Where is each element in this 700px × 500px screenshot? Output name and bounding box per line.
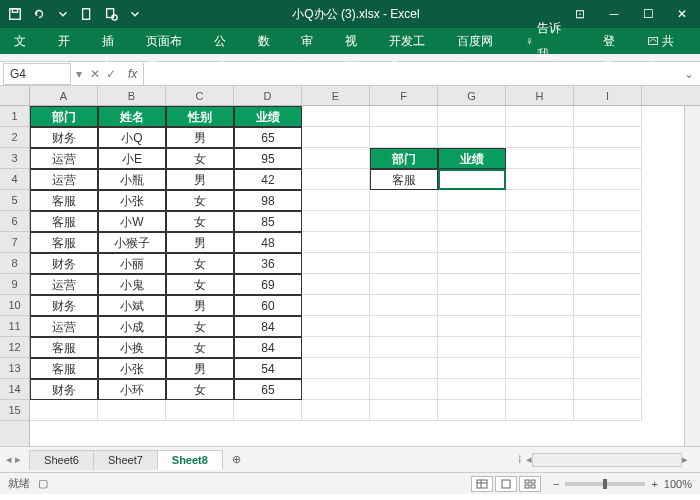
qat-more-icon[interactable] xyxy=(126,5,144,23)
cell[interactable] xyxy=(506,232,574,253)
col-header[interactable]: I xyxy=(574,86,642,105)
cell[interactable]: 小环 xyxy=(98,379,166,400)
cell[interactable] xyxy=(302,232,370,253)
cell[interactable]: 65 xyxy=(234,379,302,400)
cell[interactable] xyxy=(370,190,438,211)
namebox-dropdown-icon[interactable]: ▾ xyxy=(74,67,84,81)
cell[interactable]: 小丽 xyxy=(98,253,166,274)
select-all-corner[interactable] xyxy=(0,86,29,106)
cell[interactable]: 财务 xyxy=(30,295,98,316)
cell[interactable]: 42 xyxy=(234,169,302,190)
cell[interactable]: 69 xyxy=(234,274,302,295)
cell[interactable] xyxy=(302,379,370,400)
page-layout-view-icon[interactable] xyxy=(495,476,517,492)
cell[interactable]: 小张 xyxy=(98,190,166,211)
cell[interactable] xyxy=(438,169,506,190)
cell[interactable]: 60 xyxy=(234,295,302,316)
cell[interactable]: 男 xyxy=(166,169,234,190)
cell[interactable]: 小Q xyxy=(98,127,166,148)
row-header[interactable]: 1 xyxy=(0,106,29,127)
cell[interactable] xyxy=(370,337,438,358)
row-header[interactable]: 13 xyxy=(0,358,29,379)
cell[interactable]: 运营 xyxy=(30,169,98,190)
cell[interactable] xyxy=(370,106,438,127)
tab-开发工具[interactable]: 开发工具 xyxy=(379,28,447,54)
col-header[interactable]: B xyxy=(98,86,166,105)
cell[interactable]: 业绩 xyxy=(234,106,302,127)
cell[interactable] xyxy=(370,379,438,400)
cell[interactable] xyxy=(302,148,370,169)
cell[interactable]: 业绩 xyxy=(438,148,506,169)
cell[interactable] xyxy=(574,232,642,253)
minimize-icon[interactable]: ─ xyxy=(602,7,626,21)
col-header[interactable]: E xyxy=(302,86,370,105)
cell[interactable] xyxy=(438,190,506,211)
cell[interactable] xyxy=(506,295,574,316)
cell[interactable]: 男 xyxy=(166,232,234,253)
cell[interactable]: 98 xyxy=(234,190,302,211)
formula-expand-icon[interactable]: ⌄ xyxy=(678,67,700,81)
cell[interactable]: 部门 xyxy=(370,148,438,169)
cell[interactable]: 客服 xyxy=(370,169,438,190)
print-preview-icon[interactable] xyxy=(102,5,120,23)
cell[interactable]: 女 xyxy=(166,316,234,337)
cell[interactable] xyxy=(438,232,506,253)
cell[interactable] xyxy=(506,190,574,211)
tab-审阅[interactable]: 审阅 xyxy=(291,28,335,54)
cell[interactable] xyxy=(506,400,574,421)
add-sheet-button[interactable]: ⊕ xyxy=(222,453,251,466)
zoom-level[interactable]: 100% xyxy=(664,478,692,490)
col-header[interactable]: H xyxy=(506,86,574,105)
cell[interactable]: 女 xyxy=(166,148,234,169)
sheet-tab[interactable]: Sheet7 xyxy=(93,450,158,470)
cell[interactable] xyxy=(438,295,506,316)
tab-公式[interactable]: 公式 xyxy=(204,28,248,54)
zoom-in-icon[interactable]: + xyxy=(651,478,657,490)
cell[interactable]: 小E xyxy=(98,148,166,169)
cell[interactable] xyxy=(506,169,574,190)
cell[interactable]: 财务 xyxy=(30,127,98,148)
cell[interactable] xyxy=(438,253,506,274)
cell[interactable]: 财务 xyxy=(30,253,98,274)
cell[interactable]: 客服 xyxy=(30,211,98,232)
cell[interactable] xyxy=(438,337,506,358)
cell[interactable]: 小W xyxy=(98,211,166,232)
cell[interactable] xyxy=(166,400,234,421)
cell[interactable]: 财务 xyxy=(30,379,98,400)
cell[interactable]: 运营 xyxy=(30,316,98,337)
row-header[interactable]: 7 xyxy=(0,232,29,253)
cell[interactable]: 女 xyxy=(166,274,234,295)
cell[interactable] xyxy=(506,379,574,400)
cell[interactable] xyxy=(506,316,574,337)
cell[interactable]: 65 xyxy=(234,127,302,148)
cell[interactable]: 客服 xyxy=(30,358,98,379)
cell[interactable] xyxy=(506,148,574,169)
cell[interactable] xyxy=(506,337,574,358)
row-header[interactable]: 14 xyxy=(0,379,29,400)
new-icon[interactable] xyxy=(78,5,96,23)
cell[interactable] xyxy=(506,106,574,127)
cell[interactable] xyxy=(506,358,574,379)
normal-view-icon[interactable] xyxy=(471,476,493,492)
row-header[interactable]: 6 xyxy=(0,211,29,232)
row-header[interactable]: 9 xyxy=(0,274,29,295)
redo-dropdown-icon[interactable] xyxy=(54,5,72,23)
page-break-view-icon[interactable] xyxy=(519,476,541,492)
tab-开始[interactable]: 开始 xyxy=(48,28,92,54)
name-box[interactable]: G4 xyxy=(3,63,71,85)
cell[interactable] xyxy=(574,400,642,421)
tab-数据[interactable]: 数据 xyxy=(248,28,292,54)
cell[interactable] xyxy=(302,106,370,127)
sheet-tab[interactable]: Sheet8 xyxy=(157,450,223,470)
cell[interactable] xyxy=(370,358,438,379)
cell[interactable]: 姓名 xyxy=(98,106,166,127)
macro-record-icon[interactable]: ▢ xyxy=(38,477,48,490)
cell[interactable] xyxy=(506,211,574,232)
cell[interactable] xyxy=(302,337,370,358)
cell[interactable]: 女 xyxy=(166,190,234,211)
cell[interactable]: 性别 xyxy=(166,106,234,127)
cell[interactable] xyxy=(302,400,370,421)
cell[interactable] xyxy=(574,274,642,295)
cell[interactable] xyxy=(438,316,506,337)
zoom-out-icon[interactable]: − xyxy=(553,478,559,490)
